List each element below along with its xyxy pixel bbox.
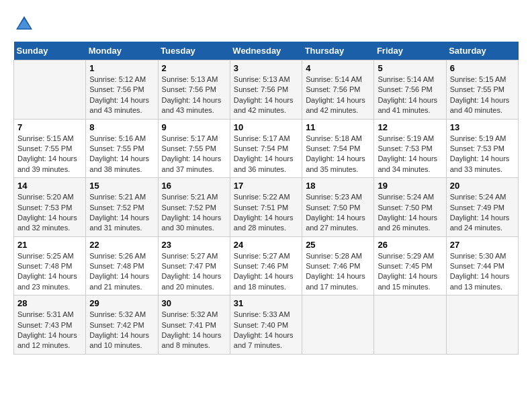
day-number: 1 <box>89 63 154 73</box>
header-day-saturday: Saturday <box>446 42 518 60</box>
day-info: Sunrise: 5:28 AM Sunset: 7:46 PM Dayligh… <box>306 251 370 293</box>
day-info: Sunrise: 5:16 AM Sunset: 7:55 PM Dayligh… <box>89 134 154 175</box>
day-number: 24 <box>234 240 298 250</box>
header-day-sunday: Sunday <box>14 42 86 60</box>
logo-icon <box>13 13 35 35</box>
calendar-cell: 8Sunrise: 5:16 AM Sunset: 7:55 PM Daylig… <box>86 119 158 178</box>
day-number: 13 <box>450 122 515 132</box>
calendar-cell: 26Sunrise: 5:29 AM Sunset: 7:45 PM Dayli… <box>374 236 446 295</box>
day-info: Sunrise: 5:13 AM Sunset: 7:56 PM Dayligh… <box>162 75 226 116</box>
week-row-4: 21Sunrise: 5:25 AM Sunset: 7:48 PM Dayli… <box>14 236 519 295</box>
day-info: Sunrise: 5:27 AM Sunset: 7:46 PM Dayligh… <box>234 251 298 293</box>
day-number: 25 <box>306 240 370 250</box>
calendar-cell: 17Sunrise: 5:22 AM Sunset: 7:51 PM Dayli… <box>230 178 302 237</box>
day-info: Sunrise: 5:30 AM Sunset: 7:44 PM Dayligh… <box>450 251 515 293</box>
day-info: Sunrise: 5:23 AM Sunset: 7:50 PM Dayligh… <box>306 192 370 234</box>
calendar-cell: 25Sunrise: 5:28 AM Sunset: 7:46 PM Dayli… <box>302 236 374 295</box>
day-number: 26 <box>378 240 442 250</box>
week-row-3: 14Sunrise: 5:20 AM Sunset: 7:53 PM Dayli… <box>14 178 519 237</box>
calendar-cell: 1Sunrise: 5:12 AM Sunset: 7:56 PM Daylig… <box>86 60 158 120</box>
calendar-cell: 23Sunrise: 5:27 AM Sunset: 7:47 PM Dayli… <box>158 236 230 295</box>
day-number: 12 <box>378 122 442 132</box>
header-day-thursday: Thursday <box>302 42 374 60</box>
day-number: 19 <box>378 181 442 191</box>
day-number: 3 <box>234 63 298 73</box>
header-day-wednesday: Wednesday <box>230 42 302 60</box>
day-number: 22 <box>89 240 154 250</box>
day-number: 20 <box>450 181 515 191</box>
day-info: Sunrise: 5:14 AM Sunset: 7:56 PM Dayligh… <box>306 75 370 116</box>
calendar-cell: 31Sunrise: 5:33 AM Sunset: 7:40 PM Dayli… <box>230 295 302 355</box>
calendar-cell: 21Sunrise: 5:25 AM Sunset: 7:48 PM Dayli… <box>14 236 86 295</box>
calendar-cell: 11Sunrise: 5:18 AM Sunset: 7:54 PM Dayli… <box>302 119 374 178</box>
day-number: 27 <box>450 240 515 250</box>
calendar-cell: 10Sunrise: 5:17 AM Sunset: 7:54 PM Dayli… <box>230 119 302 178</box>
calendar-cell: 16Sunrise: 5:21 AM Sunset: 7:52 PM Dayli… <box>158 178 230 237</box>
day-info: Sunrise: 5:26 AM Sunset: 7:48 PM Dayligh… <box>89 251 154 293</box>
calendar-cell: 14Sunrise: 5:20 AM Sunset: 7:53 PM Dayli… <box>14 178 86 237</box>
day-number: 14 <box>17 181 82 191</box>
day-number: 21 <box>17 240 82 250</box>
calendar-cell: 3Sunrise: 5:13 AM Sunset: 7:56 PM Daylig… <box>230 60 302 120</box>
day-info: Sunrise: 5:24 AM Sunset: 7:50 PM Dayligh… <box>378 192 442 234</box>
day-info: Sunrise: 5:15 AM Sunset: 7:55 PM Dayligh… <box>17 134 82 175</box>
calendar-cell: 13Sunrise: 5:19 AM Sunset: 7:53 PM Dayli… <box>446 119 518 178</box>
header-day-monday: Monday <box>86 42 158 60</box>
calendar-cell: 18Sunrise: 5:23 AM Sunset: 7:50 PM Dayli… <box>302 178 374 237</box>
header-day-tuesday: Tuesday <box>158 42 230 60</box>
calendar-cell: 20Sunrise: 5:24 AM Sunset: 7:49 PM Dayli… <box>446 178 518 237</box>
calendar-cell <box>374 295 446 355</box>
day-number: 5 <box>378 63 442 73</box>
day-info: Sunrise: 5:24 AM Sunset: 7:49 PM Dayligh… <box>450 192 515 234</box>
calendar-cell <box>14 60 86 120</box>
day-info: Sunrise: 5:20 AM Sunset: 7:53 PM Dayligh… <box>17 192 82 234</box>
day-number: 8 <box>89 122 154 132</box>
day-info: Sunrise: 5:19 AM Sunset: 7:53 PM Dayligh… <box>378 134 442 175</box>
week-row-1: 1Sunrise: 5:12 AM Sunset: 7:56 PM Daylig… <box>14 60 519 120</box>
calendar-cell: 27Sunrise: 5:30 AM Sunset: 7:44 PM Dayli… <box>446 236 518 295</box>
day-number: 28 <box>17 298 82 308</box>
calendar-cell: 24Sunrise: 5:27 AM Sunset: 7:46 PM Dayli… <box>230 236 302 295</box>
day-number: 18 <box>306 181 370 191</box>
calendar-cell: 29Sunrise: 5:32 AM Sunset: 7:42 PM Dayli… <box>86 295 158 355</box>
day-number: 4 <box>306 63 370 73</box>
day-info: Sunrise: 5:13 AM Sunset: 7:56 PM Dayligh… <box>234 75 298 116</box>
day-number: 6 <box>450 63 515 73</box>
calendar-cell: 5Sunrise: 5:14 AM Sunset: 7:56 PM Daylig… <box>374 60 446 120</box>
day-number: 17 <box>234 181 298 191</box>
day-info: Sunrise: 5:17 AM Sunset: 7:54 PM Dayligh… <box>234 134 298 175</box>
calendar-cell <box>446 295 518 355</box>
day-number: 29 <box>89 298 154 308</box>
day-number: 9 <box>162 122 226 132</box>
day-number: 16 <box>162 181 226 191</box>
calendar-cell: 4Sunrise: 5:14 AM Sunset: 7:56 PM Daylig… <box>302 60 374 120</box>
calendar-cell: 7Sunrise: 5:15 AM Sunset: 7:55 PM Daylig… <box>14 119 86 178</box>
calendar-cell <box>302 295 374 355</box>
calendar-body: 1Sunrise: 5:12 AM Sunset: 7:56 PM Daylig… <box>14 60 519 355</box>
calendar-table: SundayMondayTuesdayWednesdayThursdayFrid… <box>13 42 519 355</box>
day-info: Sunrise: 5:33 AM Sunset: 7:40 PM Dayligh… <box>234 310 298 351</box>
calendar-cell: 30Sunrise: 5:32 AM Sunset: 7:41 PM Dayli… <box>158 295 230 355</box>
day-number: 10 <box>234 122 298 132</box>
day-info: Sunrise: 5:29 AM Sunset: 7:45 PM Dayligh… <box>378 251 442 293</box>
day-info: Sunrise: 5:27 AM Sunset: 7:47 PM Dayligh… <box>162 251 226 293</box>
day-info: Sunrise: 5:31 AM Sunset: 7:43 PM Dayligh… <box>17 310 82 351</box>
calendar-cell: 9Sunrise: 5:17 AM Sunset: 7:55 PM Daylig… <box>158 119 230 178</box>
day-info: Sunrise: 5:14 AM Sunset: 7:56 PM Dayligh… <box>378 75 442 116</box>
day-info: Sunrise: 5:22 AM Sunset: 7:51 PM Dayligh… <box>234 192 298 234</box>
week-row-2: 7Sunrise: 5:15 AM Sunset: 7:55 PM Daylig… <box>14 119 519 178</box>
header-row: SundayMondayTuesdayWednesdayThursdayFrid… <box>14 42 519 60</box>
calendar-cell: 2Sunrise: 5:13 AM Sunset: 7:56 PM Daylig… <box>158 60 230 120</box>
day-number: 7 <box>17 122 82 132</box>
day-number: 15 <box>89 181 154 191</box>
day-number: 31 <box>234 298 298 308</box>
page-header <box>13 13 519 35</box>
day-number: 11 <box>306 122 370 132</box>
day-info: Sunrise: 5:15 AM Sunset: 7:55 PM Dayligh… <box>450 75 515 116</box>
day-number: 30 <box>162 298 226 308</box>
calendar-cell: 12Sunrise: 5:19 AM Sunset: 7:53 PM Dayli… <box>374 119 446 178</box>
calendar-header: SundayMondayTuesdayWednesdayThursdayFrid… <box>14 42 519 60</box>
day-info: Sunrise: 5:21 AM Sunset: 7:52 PM Dayligh… <box>162 192 226 234</box>
week-row-5: 28Sunrise: 5:31 AM Sunset: 7:43 PM Dayli… <box>14 295 519 355</box>
day-info: Sunrise: 5:25 AM Sunset: 7:48 PM Dayligh… <box>17 251 82 293</box>
